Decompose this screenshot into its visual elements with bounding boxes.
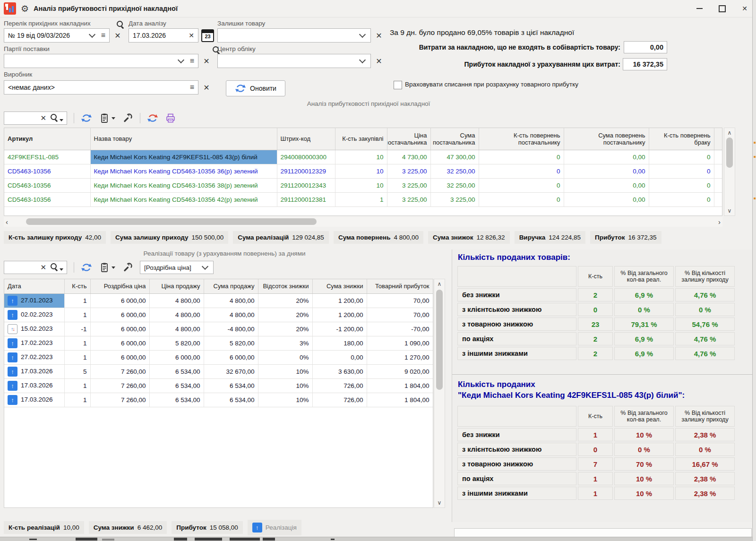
- column-header-sumreturn[interactable]: Сума повернень постачальнику: [564, 128, 649, 150]
- cell-discount-sum[interactable]: 726,00: [312, 378, 367, 393]
- column-header-date[interactable]: Дата: [4, 279, 64, 293]
- writeoff-checkbox[interactable]: [394, 81, 402, 89]
- cell-artikul[interactable]: CD5463-10356: [4, 164, 90, 178]
- cell-qtyreturn[interactable]: 0: [479, 164, 564, 178]
- cell-sumreturn[interactable]: 0,00: [564, 192, 649, 206]
- cell-profit[interactable]: 9 020,00: [367, 364, 433, 378]
- column-header-sale-price[interactable]: Ціна продажу: [149, 279, 204, 293]
- cell-price[interactable]: 3 225,00: [387, 164, 430, 178]
- cell-discount-sum[interactable]: 180,00: [312, 336, 367, 350]
- refresh-icon[interactable]: [81, 112, 92, 124]
- cell-qtydefect[interactable]: 0: [649, 164, 714, 178]
- list-picker-icon[interactable]: ≡: [190, 57, 194, 65]
- cell-qtyreturn[interactable]: 0: [479, 150, 564, 164]
- cell-qty[interactable]: 10: [335, 178, 387, 192]
- column-header-qty[interactable]: К-сть закупівлі: [335, 128, 387, 150]
- cell-f[interactable]: [714, 192, 722, 206]
- chevron-down-icon[interactable]: [359, 31, 366, 38]
- cell-qty[interactable]: -1: [64, 322, 90, 336]
- search-input[interactable]: ✕: [4, 261, 67, 274]
- clear-stock-icon[interactable]: ✕: [374, 30, 384, 41]
- cell-date[interactable]: ↑17.03.2026: [4, 393, 64, 407]
- refresh-icon[interactable]: [81, 262, 92, 273]
- cell-retail-price[interactable]: 7 260,00: [90, 378, 149, 393]
- cell-discount-sum[interactable]: 3 630,00: [312, 364, 367, 378]
- clipboard-icon[interactable]: [99, 112, 115, 124]
- cell-sale-sum[interactable]: 5 820,00: [204, 336, 258, 350]
- chevron-down-icon[interactable]: [178, 57, 184, 63]
- column-header-price[interactable]: Ціна постачальника: [387, 128, 430, 150]
- cell-sale-price[interactable]: 4 800,00: [149, 308, 204, 322]
- list-picker-icon[interactable]: ≡: [190, 84, 194, 91]
- column-header-discount-sum[interactable]: Сума знижки: [312, 279, 367, 293]
- cell-f[interactable]: [714, 150, 722, 164]
- cell-discount-pct[interactable]: 20%: [258, 308, 312, 322]
- cell-retail-price[interactable]: 6 000,00: [90, 322, 149, 336]
- cell-f[interactable]: [714, 178, 722, 192]
- column-header-retail-price[interactable]: Роздрібна ціна: [90, 279, 149, 293]
- column-header-sum[interactable]: Сума постачальника: [430, 128, 479, 150]
- column-header-f[interactable]: [714, 128, 722, 150]
- maximize-button[interactable]: [711, 0, 733, 17]
- cell-sale-sum[interactable]: 6 534,00: [204, 378, 258, 393]
- cell-barcode[interactable]: 2911200012343: [277, 178, 335, 192]
- cell-sum[interactable]: 3 225,00: [430, 192, 479, 206]
- clipboard-icon[interactable]: [99, 262, 115, 273]
- gear-icon[interactable]: ⚙: [21, 4, 29, 13]
- column-header-qtyreturn[interactable]: К-сть повернень постачальнику: [479, 128, 564, 150]
- cell-sum[interactable]: 32 250,00: [430, 178, 479, 192]
- cell-date[interactable]: ↑↓15.02.2023: [4, 322, 64, 336]
- expenses-input[interactable]: 0,00: [624, 41, 667, 53]
- column-header-discount-pct[interactable]: Відсоток знижки: [258, 279, 312, 293]
- cell-name[interactable]: Кеди Michael Kors Keating CD5463-10356 3…: [90, 178, 277, 192]
- cell-sale-price[interactable]: 4 800,00: [149, 322, 204, 336]
- column-header-qtydefect[interactable]: К-сть повернень браку: [649, 128, 714, 150]
- cell-discount-pct[interactable]: 10%: [258, 378, 312, 393]
- cell-discount-pct[interactable]: 20%: [258, 322, 312, 336]
- cell-date[interactable]: ↑17.03.2026: [4, 364, 64, 378]
- cell-discount-sum[interactable]: 0,00: [312, 350, 367, 364]
- cell-sumreturn[interactable]: 0,00: [564, 178, 649, 192]
- column-header-profit[interactable]: Товарний прибуток: [367, 279, 433, 293]
- column-header-qty[interactable]: К-сть: [64, 279, 90, 293]
- cell-price[interactable]: 4 730,00: [387, 150, 430, 164]
- clear-manufacturer-icon[interactable]: ✕: [201, 82, 212, 93]
- cell-f[interactable]: [714, 164, 722, 178]
- chevron-down-icon[interactable]: [359, 57, 366, 63]
- cell-sale-price[interactable]: 6 534,00: [149, 393, 204, 407]
- manufacturer-combo[interactable]: <немає даних> ≡: [4, 80, 198, 94]
- cell-barcode[interactable]: 2911200012381: [277, 192, 335, 206]
- clear-date-icon[interactable]: ✕: [189, 32, 194, 39]
- column-header-name[interactable]: Назва товару: [90, 128, 277, 150]
- cell-discount-pct[interactable]: 10%: [258, 393, 312, 407]
- minimize-button[interactable]: [688, 0, 711, 17]
- cell-profit[interactable]: 1 270,00: [367, 350, 433, 364]
- chevron-down-icon[interactable]: [89, 31, 95, 38]
- cell-retail-price[interactable]: 6 000,00: [90, 336, 149, 350]
- clear-search-icon[interactable]: ✕: [40, 114, 46, 122]
- column-header-artikul[interactable]: Артикул: [4, 128, 90, 150]
- cell-qtydefect[interactable]: 0: [649, 192, 714, 206]
- cell-date[interactable]: ↑27.01.2023: [4, 293, 64, 308]
- cell-sale-price[interactable]: 4 800,00: [149, 293, 204, 308]
- cell-price[interactable]: 3 225,00: [387, 192, 430, 206]
- list-picker-icon[interactable]: ≡: [101, 32, 105, 39]
- cell-sale-price[interactable]: 6 534,00: [149, 378, 204, 393]
- cell-name[interactable]: Кеди Michael Kors Keating CD5463-10356 4…: [90, 192, 277, 206]
- cell-sale-sum[interactable]: -4 800,00: [204, 322, 258, 336]
- search-icon[interactable]: [116, 20, 124, 28]
- cell-discount-pct[interactable]: 10%: [258, 364, 312, 378]
- refresh-prices-icon[interactable]: [147, 112, 158, 124]
- main-horizontal-scrollbar[interactable]: ‹ ›: [4, 217, 722, 227]
- cell-qtydefect[interactable]: 0: [649, 150, 714, 164]
- analysis-date-field[interactable]: 17.03.2026 ✕: [129, 28, 198, 43]
- cell-name[interactable]: Кеди Michael Kors Keating CD5463-10356 3…: [90, 164, 277, 178]
- cell-barcode[interactable]: 2911200012329: [277, 164, 335, 178]
- cell-discount-sum[interactable]: -1 200,00: [312, 322, 367, 336]
- cell-retail-price[interactable]: 7 260,00: [90, 364, 149, 378]
- cell-date[interactable]: ↑02.02.2023: [4, 308, 64, 322]
- cell-sum[interactable]: 32 250,00: [430, 164, 479, 178]
- refresh-button[interactable]: Оновити: [226, 80, 285, 96]
- cell-sale-price[interactable]: 6 000,00: [149, 350, 204, 364]
- printer-icon[interactable]: [165, 112, 176, 124]
